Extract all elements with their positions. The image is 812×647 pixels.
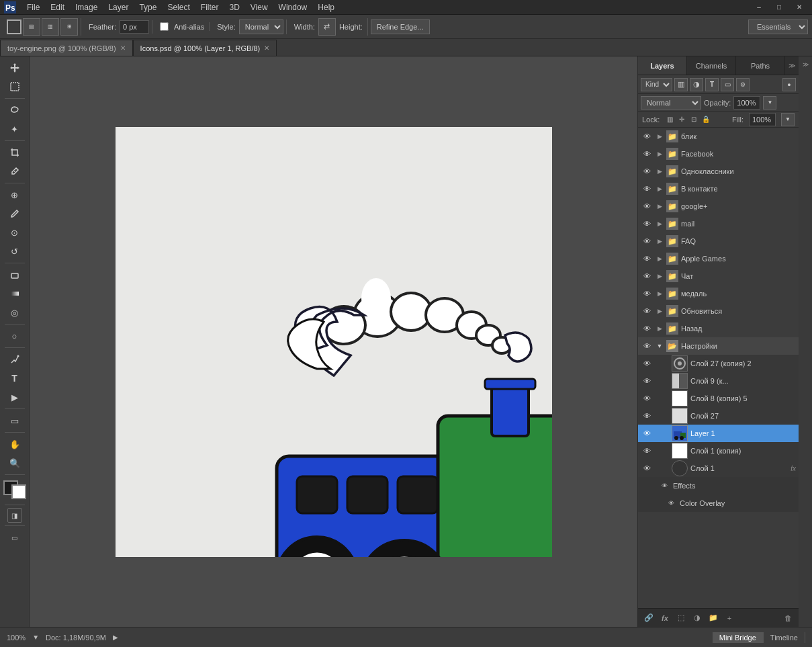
gradient-tool[interactable]: [6, 285, 24, 302]
layer-item-layer1[interactable]: 👁 Layer 1: [638, 425, 799, 442]
expand-back[interactable]: ▶: [656, 325, 664, 333]
menu-view[interactable]: View: [245, 1, 273, 13]
menu-file[interactable]: File: [21, 1, 45, 13]
anti-alias-checkbox[interactable]: [160, 22, 169, 31]
blur-tool[interactable]: ◎: [6, 304, 24, 321]
visibility-mail[interactable]: 👁: [641, 218, 653, 230]
quick-mask-btn[interactable]: ◨: [7, 508, 22, 523]
lock-all-icon[interactable]: 🔒: [701, 115, 711, 124]
crop-tool[interactable]: [6, 144, 24, 161]
feather-input[interactable]: [120, 20, 149, 34]
status-tab-mini-bridge[interactable]: Mini Bridge: [713, 632, 764, 643]
expand-odnoklassniki[interactable]: ▶: [656, 167, 664, 175]
panel-expand-icon[interactable]: ≫: [785, 56, 799, 75]
dodge-tool[interactable]: ○: [6, 327, 24, 345]
visibility-vkontakte[interactable]: 👁: [641, 183, 653, 195]
maximize-button[interactable]: □: [769, 0, 789, 15]
layer-item-odnoklassniki[interactable]: 👁 ▶ 📁 Одноклассники: [638, 163, 799, 180]
lasso-tool[interactable]: [6, 101, 24, 119]
zoom-tool[interactable]: 🔍: [6, 454, 24, 472]
zoom-dropdown-btn[interactable]: ▼: [32, 634, 39, 641]
layer-item-settings[interactable]: 👁 ▼ 📂 Настройки: [638, 337, 799, 355]
delete-layer-btn[interactable]: 🗑: [781, 611, 795, 625]
path-select-tool[interactable]: ▶: [6, 388, 24, 406]
style-select[interactable]: Normal: [239, 19, 283, 34]
opacity-input[interactable]: [733, 96, 760, 110]
eraser-tool[interactable]: [6, 266, 24, 284]
layer-item-color-overlay[interactable]: 👁 Color Overlay: [638, 494, 799, 512]
layer-item-effects[interactable]: 👁 Effects: [638, 477, 799, 494]
layer-item-vkontakte[interactable]: 👁 ▶ 📁 В контакте: [638, 180, 799, 198]
layer-item-back[interactable]: 👁 ▶ 📁 Назад: [638, 320, 799, 337]
move-tool[interactable]: [6, 59, 24, 77]
menu-help[interactable]: Help: [312, 1, 340, 13]
visibility-googleplus[interactable]: 👁: [641, 200, 653, 212]
history-brush-tool[interactable]: ↺: [6, 243, 24, 260]
visibility-effects[interactable]: 👁: [658, 480, 670, 492]
layer-item-sloy27copy2[interactable]: 👁 Слой 27 (копия) 2: [638, 355, 799, 372]
expand-googleplus[interactable]: ▶: [656, 202, 664, 210]
filter-pixel-icon[interactable]: ▥: [674, 78, 688, 91]
collapse-panel-btn[interactable]: ≫: [800, 59, 811, 70]
lock-artboard-icon[interactable]: ⊡: [689, 115, 698, 124]
visibility-sloy1[interactable]: 👁: [641, 462, 653, 474]
visibility-faq[interactable]: 👁: [641, 235, 653, 247]
fill-input[interactable]: [749, 113, 776, 126]
pen-tool[interactable]: [6, 351, 24, 368]
shape-tool[interactable]: ▭: [6, 412, 24, 429]
hand-tool[interactable]: ✋: [6, 435, 24, 453]
visibility-sloy8copy5[interactable]: 👁: [641, 392, 653, 404]
single-row-button[interactable]: ▤: [23, 18, 40, 36]
filter-type-icon[interactable]: T: [705, 78, 719, 91]
magic-wand-tool[interactable]: ✦: [6, 120, 24, 138]
layer-item-faq[interactable]: 👁 ▶ 📁 FAQ: [638, 232, 799, 250]
workspace-select[interactable]: Essentials: [748, 19, 808, 34]
new-layer-btn[interactable]: +: [723, 611, 736, 625]
tab-toy-engine-close[interactable]: ✕: [120, 44, 126, 52]
layer-item-facebook[interactable]: 👁 ▶ 📁 Facebook: [638, 145, 799, 163]
visibility-odnoklassniki[interactable]: 👁: [641, 165, 653, 177]
layer-item-sloy27[interactable]: 👁 Слой 27: [638, 407, 799, 425]
menu-type[interactable]: Type: [134, 1, 162, 13]
expand-apple-games[interactable]: ▶: [656, 255, 664, 263]
filter-smart-icon[interactable]: ⚙: [736, 78, 750, 91]
lock-position-icon[interactable]: ✛: [677, 115, 686, 124]
menu-layer[interactable]: Layer: [103, 1, 134, 13]
visibility-facebook[interactable]: 👁: [641, 148, 653, 160]
layer-item-mail[interactable]: 👁 ▶ 📁 mail: [638, 215, 799, 232]
marquee-tool[interactable]: [6, 78, 24, 95]
visibility-layer1[interactable]: 👁: [641, 427, 653, 439]
tab-icons-psd-close[interactable]: ✕: [264, 44, 269, 52]
tab-toy-engine[interactable]: toy-engine.png @ 100% (RGB/8) ✕: [0, 40, 133, 56]
visibility-blik[interactable]: 👁: [641, 130, 653, 142]
blend-mode-select[interactable]: Normal: [641, 96, 701, 110]
close-button[interactable]: ✕: [789, 0, 809, 15]
single-col-button[interactable]: ▥: [42, 18, 59, 36]
doc-info-arrow[interactable]: ▶: [113, 634, 118, 641]
screen-mode-btn[interactable]: ▭: [6, 529, 24, 546]
layer-item-sloy1copy[interactable]: 👁 Слой 1 (копия): [638, 442, 799, 460]
menu-3d[interactable]: 3D: [224, 1, 244, 13]
filter-adjust-icon[interactable]: ◑: [690, 78, 703, 91]
visibility-settings[interactable]: 👁: [641, 340, 653, 352]
rect-marquee-button[interactable]: [7, 19, 21, 34]
expand-facebook[interactable]: ▶: [656, 150, 664, 158]
menu-edit[interactable]: Edit: [45, 1, 70, 13]
expand-blik[interactable]: ▶: [656, 132, 664, 140]
tab-layers[interactable]: Layers: [638, 56, 687, 75]
menu-window[interactable]: Window: [273, 1, 313, 13]
background-color[interactable]: [11, 484, 26, 499]
refine-edge-button[interactable]: Refine Edge...: [371, 19, 430, 34]
lock-pixels-icon[interactable]: ▥: [665, 115, 674, 124]
visibility-apple-games[interactable]: 👁: [641, 253, 653, 265]
visibility-color-overlay[interactable]: 👁: [665, 497, 677, 509]
visibility-update[interactable]: 👁: [641, 305, 653, 317]
visibility-chat[interactable]: 👁: [641, 270, 653, 282]
clone-tool[interactable]: ⊙: [6, 224, 24, 241]
visibility-sloy9[interactable]: 👁: [641, 375, 653, 387]
expand-chat[interactable]: ▶: [656, 272, 664, 280]
group-layers-btn[interactable]: 📁: [707, 611, 720, 625]
layer-filter-select[interactable]: Kind: [641, 78, 672, 91]
add-style-btn[interactable]: fx: [658, 611, 672, 625]
opacity-arrow[interactable]: ▼: [763, 96, 776, 110]
